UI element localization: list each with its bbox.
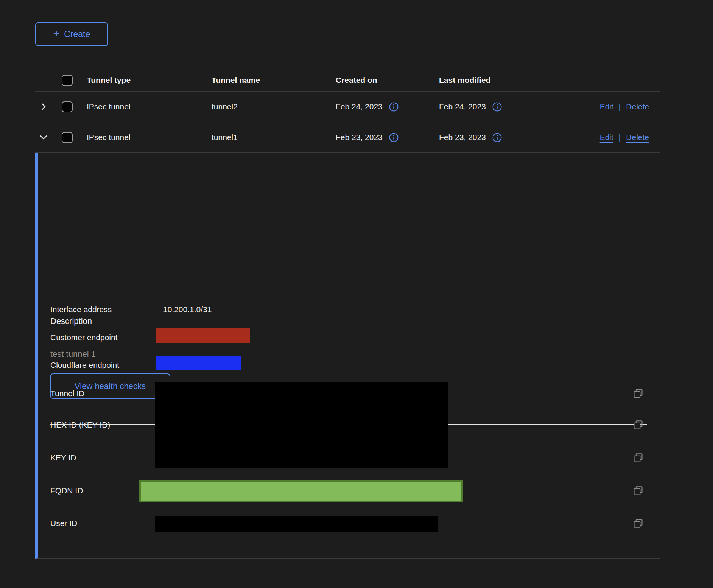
info-icon[interactable]	[389, 133, 399, 142]
interface-address-value: 10.200.1.0/31	[163, 304, 212, 314]
tunnel-type-cell: IPsec tunnel	[87, 102, 212, 111]
select-all-checkbox[interactable]	[62, 75, 73, 86]
info-icon[interactable]	[492, 102, 502, 112]
last-modified-date: Feb 23, 2023	[439, 133, 486, 142]
row-checkbox[interactable]	[62, 101, 73, 112]
header-tunnel-type: Tunnel type	[87, 76, 212, 85]
table-row-tunnel1: IPsec tunnel tunnel1 Feb 23, 2023 Feb 23…	[35, 122, 660, 153]
last-modified-cell: Feb 23, 2023	[439, 133, 553, 142]
cloudflare-endpoint-label: Cloudflare endpoint	[50, 360, 119, 370]
row-checkbox[interactable]	[62, 132, 73, 143]
copy-icon	[632, 388, 644, 399]
link-separator: |	[619, 133, 621, 142]
copy-tunnel-id-button[interactable]	[632, 387, 645, 400]
chevron-right-icon	[39, 103, 48, 111]
plus-icon: +	[53, 28, 59, 39]
collapse-row-button[interactable]	[38, 132, 49, 143]
last-modified-date: Feb 24, 2023	[439, 102, 486, 111]
tunnel-name-cell: tunnel1	[212, 133, 336, 142]
info-icon[interactable]	[389, 102, 399, 112]
created-on-cell: Feb 23, 2023	[336, 133, 439, 142]
fqdn-id-redacted-value	[139, 480, 463, 502]
table-header-row: Tunnel type Tunnel name Created on Last …	[35, 69, 660, 92]
header-tunnel-name: Tunnel name	[212, 76, 336, 85]
edit-link[interactable]: Edit	[600, 133, 613, 142]
last-modified-cell: Feb 24, 2023	[439, 102, 553, 112]
key-id-label: KEY ID	[50, 453, 76, 463]
create-button[interactable]: + Create	[35, 22, 108, 46]
tunnel-detail-panel: Description test tunnel 1 View health ch…	[35, 153, 660, 559]
copy-icon	[632, 452, 644, 464]
ipsec-tunnels-page: + Create Tunnel type Tunnel name Created…	[0, 0, 713, 588]
copy-icon	[632, 419, 644, 431]
copy-icon	[632, 518, 644, 529]
delete-link[interactable]: Delete	[626, 133, 649, 142]
fqdn-id-label: FQDN ID	[50, 485, 83, 496]
tunnel-type-cell: IPsec tunnel	[87, 133, 212, 142]
header-created-on: Created on	[336, 76, 439, 85]
tunnel-name-cell: tunnel2	[212, 102, 336, 111]
copy-user-id-button[interactable]	[632, 517, 645, 530]
customer-endpoint-redacted-value	[156, 328, 250, 343]
header-checkbox-cell	[53, 75, 87, 86]
customer-endpoint-label: Customer endpoint	[50, 332, 117, 342]
copy-fqdn-id-button[interactable]	[632, 484, 645, 497]
copy-key-id-button[interactable]	[632, 451, 645, 464]
expand-row-button[interactable]	[38, 101, 49, 112]
created-on-date: Feb 24, 2023	[336, 102, 383, 111]
copy-icon	[632, 485, 644, 496]
info-icon[interactable]	[492, 133, 502, 142]
user-id-redacted-value	[155, 516, 438, 532]
interface-address-label: Interface address	[50, 304, 112, 314]
delete-link[interactable]: Delete	[626, 102, 649, 111]
link-separator: |	[619, 102, 621, 111]
copy-hex-id-button[interactable]	[632, 418, 645, 431]
header-last-modified: Last modified	[439, 76, 553, 85]
table-row-tunnel2: IPsec tunnel tunnel2 Feb 24, 2023 Feb 24…	[35, 92, 660, 122]
cloudflare-endpoint-redacted-value	[156, 356, 241, 370]
description-label: Description	[50, 316, 92, 326]
tunnel-id-label: Tunnel ID	[50, 388, 84, 398]
description-value: test tunnel 1	[50, 349, 96, 359]
tunnels-table: Tunnel type Tunnel name Created on Last …	[35, 69, 660, 559]
created-on-date: Feb 23, 2023	[336, 133, 383, 142]
hex-id-label: HEX ID (KEY ID)	[50, 420, 110, 430]
create-button-label: Create	[64, 29, 90, 39]
user-id-label: User ID	[50, 518, 77, 528]
edit-link[interactable]: Edit	[600, 102, 613, 111]
chevron-down-icon	[39, 133, 48, 142]
created-on-cell: Feb 24, 2023	[336, 102, 439, 112]
ids-redacted-value	[155, 382, 448, 468]
